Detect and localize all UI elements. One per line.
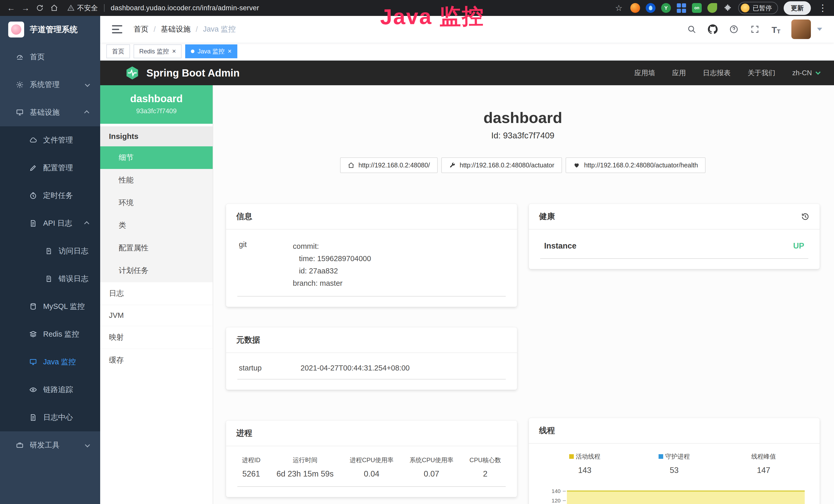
breadcrumb-home[interactable]: 首页: [134, 24, 149, 35]
sba-item-performance[interactable]: 性能: [100, 169, 213, 191]
sidebar-item-home[interactable]: 首页: [0, 43, 100, 71]
github-icon[interactable]: [707, 24, 719, 35]
puzzle-extensions-icon[interactable]: [723, 3, 732, 13]
sidebar-item-mysql-monitor[interactable]: MySQL 监控: [0, 293, 100, 320]
sidebar-item-api-logs[interactable]: API 日志: [0, 209, 100, 237]
user-avatar[interactable]: [791, 20, 811, 39]
switch-on-extension-icon[interactable]: on: [692, 3, 702, 13]
sba-locale-select[interactable]: zh-CN: [792, 69, 819, 77]
sba-item-environment[interactable]: 环境: [100, 191, 213, 214]
sidebar-item-infrastructure[interactable]: 基础设施: [0, 98, 100, 126]
browser-reload-button[interactable]: [34, 2, 46, 14]
process-metrics-row: 进程ID 5261 运行时间 6d 23h 15m 59s: [237, 455, 506, 487]
tag-redis-monitor[interactable]: Redis 监控: [134, 44, 182, 58]
breadcrumb-separator: /: [154, 25, 156, 33]
git-branch-line: branch: master: [293, 277, 504, 290]
git-commit-line: commit:: [293, 240, 504, 253]
health-url-link[interactable]: http://192.168.0.2:48080/actuator/health: [566, 157, 706, 173]
sba-item-caches[interactable]: 缓存: [100, 349, 213, 371]
bookmark-star-button[interactable]: ☆: [613, 2, 625, 14]
sba-main: dashboard Id: 93a3fc7f7409 http://192.16…: [213, 85, 834, 504]
sba-nav-journal[interactable]: 日志报表: [703, 68, 730, 77]
sba-nav-about[interactable]: 关于我们: [747, 68, 775, 77]
service-url-link[interactable]: http://192.168.0.2:48080/: [340, 157, 438, 173]
health-status-badge: UP: [793, 241, 804, 251]
sidebar-item-error-logs[interactable]: 错误日志: [0, 265, 100, 293]
threads-chart-plot: [566, 486, 809, 504]
peak-threads-text: 线程峰值: [751, 452, 776, 461]
sba-instance-block[interactable]: dashboard 93a3fc7f7409: [100, 85, 213, 124]
sidebar-item-file-management[interactable]: 文件管理: [0, 126, 100, 154]
profile-paused-badge[interactable]: 已暂停: [738, 2, 778, 14]
menu-label: 研发工具: [30, 440, 60, 450]
chrome-update-button[interactable]: 更新: [784, 1, 811, 15]
tag-home[interactable]: 首页: [106, 44, 130, 58]
tag-java-monitor[interactable]: Java 监控: [185, 44, 237, 58]
info-card-header: 信息: [226, 204, 517, 230]
address-bar[interactable]: 不安全 dashboard.yudao.iocoder.cn/infra/adm…: [67, 3, 610, 13]
health-instance-row: Instance UP: [540, 238, 809, 259]
sba-brand[interactable]: Spring Boot Admin: [125, 66, 240, 81]
fullscreen-icon[interactable]: [749, 24, 761, 35]
home-icon: [50, 4, 58, 12]
peak-threads-col: 线程峰值 147: [719, 452, 808, 475]
browser-home-button[interactable]: [48, 2, 60, 14]
process-card: 进程 进程ID 5261: [226, 420, 517, 497]
sidebar-item-config-management[interactable]: 配置管理: [0, 154, 100, 182]
browser-forward-button[interactable]: →: [20, 2, 31, 14]
grid-extension-icon[interactable]: [677, 3, 686, 13]
y-extension-icon[interactable]: Y: [661, 3, 671, 13]
service-url-text: http://192.168.0.2:48080/: [358, 161, 430, 169]
chevron-up-icon: [84, 110, 89, 116]
process-card-header: 进程: [226, 420, 517, 446]
sidebar-item-tracing[interactable]: 链路追踪: [0, 376, 100, 404]
browser-back-button[interactable]: ←: [5, 2, 17, 14]
actuator-url-link[interactable]: http://192.168.0.2:48080/actuator: [441, 157, 562, 173]
sidebar-item-log-center[interactable]: 日志中心: [0, 404, 100, 431]
menu-label: MySQL 监控: [43, 301, 85, 312]
site-security-chip[interactable]: 不安全: [67, 3, 98, 13]
avatar-caret-icon[interactable]: [817, 28, 822, 31]
help-icon[interactable]: [728, 24, 740, 35]
sba-item-jvm[interactable]: JVM: [100, 305, 213, 326]
sidebar-item-redis-monitor[interactable]: Redis 监控: [0, 320, 100, 348]
sba-item-details[interactable]: 细节: [100, 146, 213, 169]
font-size-icon[interactable]: TT: [770, 24, 782, 35]
cpu-cores-value: 2: [469, 469, 501, 479]
leaf-extension-icon[interactable]: [707, 3, 717, 13]
breadcrumb-infrastructure[interactable]: 基础设施: [161, 24, 191, 35]
sidebar-toggle-icon[interactable]: [112, 25, 122, 33]
actuator-url-text: http://192.168.0.2:48080/actuator: [460, 161, 554, 169]
sba-item-config-props[interactable]: 配置属性: [100, 237, 213, 259]
document-icon: [29, 220, 37, 227]
drop-extension-icon[interactable]: [646, 3, 656, 13]
app-sidebar: 芋道管理系统 首页 系统管理 基础设施 文件管理: [0, 16, 100, 504]
paused-emoji-icon: [741, 4, 749, 12]
live-threads-area: [567, 490, 805, 504]
close-icon[interactable]: [172, 48, 176, 55]
search-icon[interactable]: [686, 24, 697, 35]
url-text: dashboard.yudao.iocoder.cn/infra/admin-s…: [111, 4, 259, 12]
sidebar-item-system[interactable]: 系统管理: [0, 71, 100, 98]
sba-item-logs[interactable]: 日志: [100, 282, 213, 305]
instance-title: dashboard: [226, 109, 820, 127]
sba-item-mappings[interactable]: 映射: [100, 326, 213, 349]
sba-item-classes[interactable]: 类: [100, 214, 213, 237]
sidebar-item-dev-tools[interactable]: 研发工具: [0, 431, 100, 459]
peak-threads-label: 线程峰值: [719, 452, 808, 461]
wrench-icon: [449, 162, 456, 169]
info-git-row: git commit: time: 1596289704000 id: 27aa…: [237, 238, 506, 297]
app-logo-row[interactable]: 芋道管理系统: [0, 16, 100, 43]
sba-item-scheduled-tasks[interactable]: 计划任务: [100, 259, 213, 282]
browser-menu-icon[interactable]: ⋮: [816, 3, 829, 13]
sba-nav-applications[interactable]: 应用: [672, 68, 686, 77]
close-icon[interactable]: [228, 48, 232, 55]
metadata-card-header: 元数据: [226, 327, 517, 353]
process-cpu-label: 进程CPU使用率: [350, 456, 394, 464]
history-icon[interactable]: [801, 212, 809, 221]
sba-nav-wallboard[interactable]: 应用墙: [634, 68, 655, 77]
sidebar-item-scheduled-tasks[interactable]: 定时任务: [0, 182, 100, 209]
sidebar-item-java-monitor[interactable]: Java 监控: [0, 348, 100, 376]
sidebar-item-access-logs[interactable]: 访问日志: [0, 237, 100, 265]
fox-extension-icon[interactable]: [630, 3, 640, 13]
